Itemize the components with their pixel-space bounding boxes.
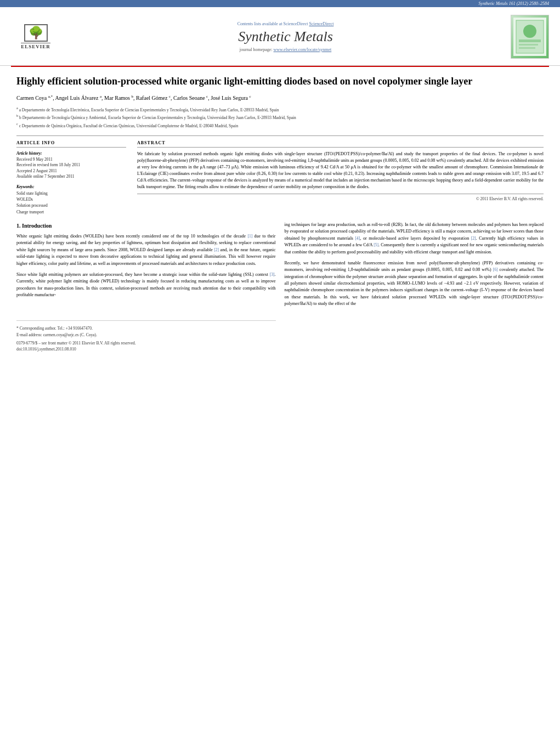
copyright-line: © 2011 Elsevier B.V. All rights reserved… — [137, 194, 544, 201]
logo-tree-icon: 🌳 — [29, 27, 43, 39]
ref-6: [5] — [374, 242, 378, 247]
ref-7: [6] — [493, 267, 498, 272]
affiliation-b: b b Departamento de Tecnología Química y… — [16, 113, 544, 121]
journal-homepage: journal homepage: www.elsevier.com/locat… — [71, 47, 500, 52]
journal-name: Synthetic Metals — [71, 29, 500, 45]
available-online-date: Available online 7 September 2011 — [16, 174, 126, 180]
received-revised-date: Received in revised form 18 July 2011 — [16, 162, 126, 168]
keyword-2: WOLEDs — [16, 196, 126, 202]
doi-note: doi:10.1016/j.synthmet.2011.08.010 — [16, 346, 276, 352]
intro-section-title: 1. Introduction — [16, 222, 276, 230]
keywords-label: Keywords: — [16, 184, 126, 189]
author-ramos: Mar Ramos b, — [104, 95, 134, 101]
paper-title: Highly efficient solution-processed whit… — [16, 75, 544, 88]
elsevier-logo: 🌳 ELSEVIER — [11, 22, 60, 52]
article-history-label: Article history: — [16, 151, 126, 156]
author-gomez: Rafael Gómez c, — [136, 95, 172, 101]
introduction-section: 1. Introduction White organic light emit… — [16, 222, 544, 353]
intro-right-column: ing techniques for large area production… — [285, 222, 544, 353]
abstract-section: ABSTRACT We fabricate by solution proces… — [137, 140, 544, 215]
email-note: E-mail address: carmen.coya@urjc.es (C. … — [16, 332, 276, 338]
elsevier-label: ELSEVIER — [21, 43, 50, 49]
author-alvarez: Angel Luis Álvarez a, — [55, 95, 103, 101]
affiliation-a: a a Departamento de Tecnología Electróni… — [16, 105, 544, 113]
accepted-date: Accepted 2 August 2011 — [16, 168, 126, 174]
issn-note: 0379-6779/$ – see front matter © 2011 El… — [16, 340, 276, 346]
intro-para-1: White organic light emitting diodes (WOL… — [16, 233, 276, 267]
author-coya: Carmen Coya a,*, — [16, 95, 54, 101]
intro-para-3: ing techniques for large area production… — [285, 222, 544, 256]
keyword-3: Solution processed — [16, 202, 126, 208]
ref-4: [4] — [355, 236, 360, 241]
ref-3: [3] — [270, 272, 275, 277]
corresponding-note: * Corresponding author. Tel.: +34 916647… — [16, 325, 276, 331]
journal-citation-bar: Synthetic Metals 161 (2012) 2580–2584 — [0, 0, 560, 7]
affiliations: a a Departamento de Tecnología Electróni… — [16, 105, 544, 129]
journal-title-area: Contents lists available at ScienceDirec… — [60, 21, 511, 52]
intro-para-4: Recently, we have demonstrated tunable f… — [285, 260, 544, 308]
footnotes-section: * Corresponding author. Tel.: +34 916647… — [16, 320, 276, 352]
svg-rect-3 — [519, 39, 541, 42]
journal-citation-text: Synthetic Metals 161 (2012) 2580–2584 — [479, 1, 549, 6]
author-segura: José Luis Segura c — [211, 95, 251, 101]
keyword-4: Charge transport — [16, 209, 126, 215]
ref-1: [1] — [247, 234, 252, 239]
header-content: 🌳 ELSEVIER Contents lists available at S… — [0, 10, 560, 63]
sciencedirect-label: Contents lists available at ScienceDirec… — [71, 21, 500, 26]
received-date: Received 9 May 2011 — [16, 157, 126, 163]
svg-rect-4 — [519, 44, 538, 46]
keyword-1: Solid state lighting — [16, 190, 126, 196]
journal-header: 🌳 ELSEVIER Contents lists available at S… — [0, 7, 560, 66]
ref-5: [2] — [471, 236, 476, 241]
intro-left-column: 1. Introduction White organic light emit… — [16, 222, 276, 353]
svg-rect-5 — [519, 47, 535, 49]
footnote-divider — [16, 320, 276, 321]
article-info-section: ARTICLE INFO Article history: Received 9… — [16, 140, 126, 215]
authors-line: Carmen Coya a,*, Angel Luis Álvarez a, M… — [16, 93, 544, 102]
article-info-header: ARTICLE INFO — [16, 140, 126, 148]
author-seoane: Carlos Seoane c, — [173, 95, 210, 101]
homepage-url[interactable]: www.elsevier.com/locate/synmet — [274, 47, 332, 52]
ref-2: [2] — [214, 247, 219, 252]
affiliation-c: c c Departamento de Química Orgánica, Fa… — [16, 121, 544, 129]
abstract-header: ABSTRACT — [137, 140, 544, 148]
sciencedirect-link[interactable]: ScienceDirect — [309, 21, 333, 26]
svg-point-2 — [523, 25, 536, 38]
keywords-list: Solid state lighting WOLEDs Solution pro… — [16, 190, 126, 215]
abstract-text: We fabricate by solution processed metho… — [137, 151, 544, 190]
intro-para-2: Since white light emitting polymers are … — [16, 271, 276, 299]
paper-content: Highly efficient solution-processed whit… — [0, 67, 560, 360]
journal-cover — [511, 15, 549, 59]
info-abstract-row: ARTICLE INFO Article history: Received 9… — [16, 135, 544, 215]
logo-box: 🌳 — [24, 24, 48, 42]
